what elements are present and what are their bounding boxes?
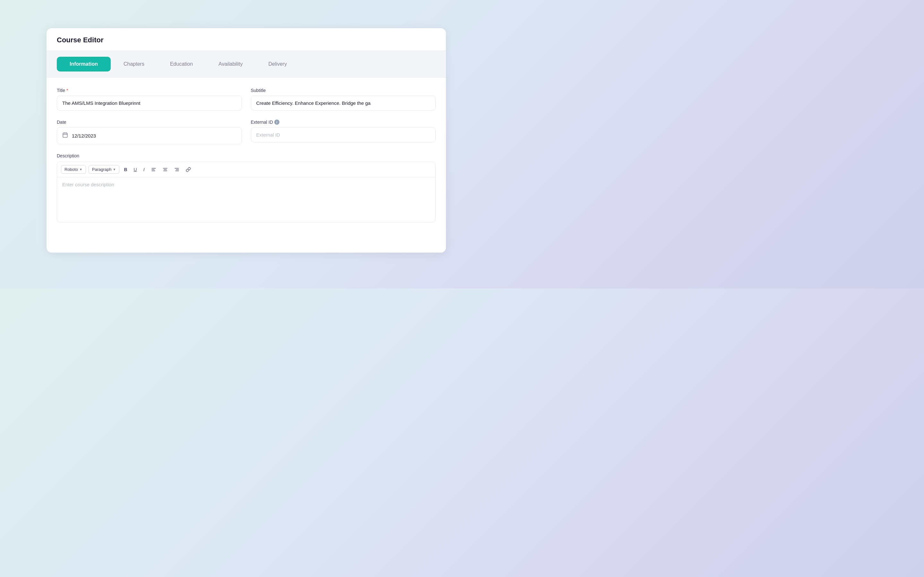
bold-button[interactable]: B (122, 166, 129, 173)
date-group: Date 12/12/2023 (57, 119, 242, 144)
card-header: Course Editor (47, 28, 446, 51)
title-group: Title * (57, 88, 242, 111)
paragraph-style-chevron-icon: ▼ (113, 168, 116, 171)
title-label: Title * (57, 88, 242, 93)
title-required-asterisk: * (66, 88, 68, 93)
page-title: Course Editor (57, 36, 436, 44)
align-center-button[interactable] (161, 166, 170, 173)
tabs-container: Information Chapters Education Availabil… (47, 51, 446, 77)
font-family-chevron-icon: ▼ (79, 168, 82, 171)
tab-availability[interactable]: Availability (206, 57, 255, 71)
date-label: Date (57, 119, 242, 125)
link-button[interactable] (184, 166, 193, 173)
date-value: 12/12/2023 (72, 133, 96, 139)
external-id-info-icon[interactable]: i (274, 119, 279, 125)
svg-rect-0 (63, 133, 67, 137)
editor-toolbar: Roboto ▼ Paragraph ▼ B U (57, 162, 435, 177)
form-area: Title * Subtitle Date (47, 77, 446, 233)
tab-delivery[interactable]: Delivery (255, 57, 300, 71)
align-right-button[interactable] (172, 166, 181, 173)
subtitle-group: Subtitle (251, 88, 436, 111)
italic-button[interactable]: I (142, 166, 147, 173)
calendar-icon (62, 132, 68, 139)
description-section: Description Roboto ▼ Paragraph ▼ B (57, 153, 436, 222)
subtitle-input[interactable] (251, 95, 436, 111)
description-input[interactable]: Enter course description (57, 177, 435, 222)
title-subtitle-row: Title * Subtitle (57, 88, 436, 111)
description-editor: Roboto ▼ Paragraph ▼ B U (57, 161, 436, 222)
align-left-button[interactable] (149, 166, 158, 173)
course-editor-card: Course Editor Information Chapters Educa… (47, 28, 446, 253)
date-externalid-row: Date 12/12/2023 (57, 119, 436, 144)
description-label: Description (57, 153, 436, 158)
external-id-group: External ID i (251, 119, 436, 144)
description-placeholder: Enter course description (62, 182, 114, 187)
paragraph-style-dropdown[interactable]: Paragraph ▼ (89, 165, 120, 174)
external-id-label: External ID i (251, 119, 436, 125)
tab-information[interactable]: Information (57, 57, 111, 71)
page-wrapper: Course Editor Information Chapters Educa… (0, 0, 462, 288)
font-family-dropdown[interactable]: Roboto ▼ (61, 165, 86, 174)
tabs: Information Chapters Education Availabil… (57, 57, 436, 71)
font-family-value: Roboto (65, 167, 78, 172)
tab-chapters[interactable]: Chapters (111, 57, 157, 71)
paragraph-style-value: Paragraph (92, 167, 111, 172)
underline-button[interactable]: U (132, 166, 139, 173)
title-input[interactable] (57, 95, 242, 111)
subtitle-label: Subtitle (251, 88, 436, 93)
external-id-input[interactable] (251, 127, 436, 142)
tab-education[interactable]: Education (157, 57, 206, 71)
date-input-wrapper[interactable]: 12/12/2023 (57, 127, 242, 144)
